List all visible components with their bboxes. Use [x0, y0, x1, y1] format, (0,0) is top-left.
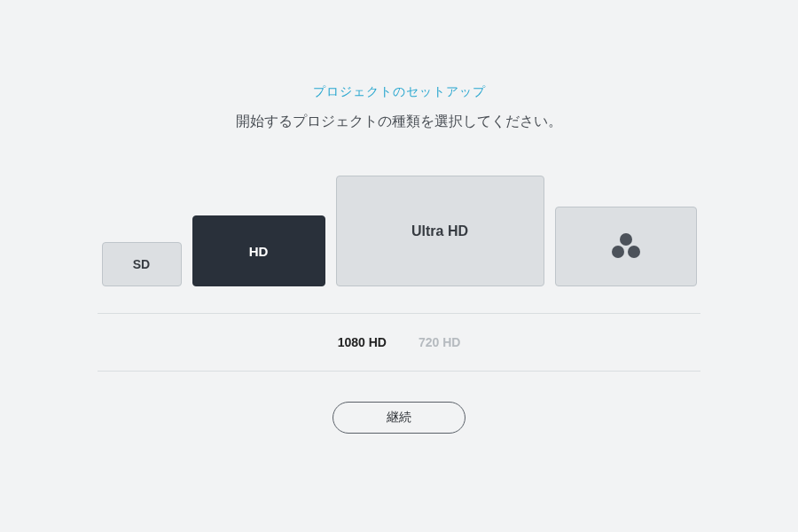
- custom-resolution-icon: [611, 233, 641, 260]
- tile-hd-label: HD: [249, 244, 269, 259]
- subopt-720[interactable]: 720 HD: [419, 335, 460, 349]
- continue-row: 継続: [98, 402, 700, 434]
- tile-custom[interactable]: [555, 207, 697, 286]
- continue-button[interactable]: 継続: [332, 402, 466, 434]
- setup-subtitle: 開始するプロジェクトの種類を選択してください。: [98, 113, 700, 131]
- tile-ultra-hd-label: Ultra HD: [411, 223, 468, 239]
- tile-ultra-hd[interactable]: Ultra HD: [336, 176, 544, 286]
- subopt-1080[interactable]: 1080 HD: [338, 335, 387, 349]
- tile-hd[interactable]: HD: [192, 215, 325, 286]
- hd-suboptions: 1080 HD 720 HD: [98, 314, 700, 372]
- setup-eyebrow: プロジェクトのセットアップ: [98, 84, 700, 100]
- tile-sd-label: SD: [133, 257, 150, 271]
- tile-sd[interactable]: SD: [102, 242, 182, 286]
- project-type-tiles: SD HD Ultra HD: [98, 176, 700, 314]
